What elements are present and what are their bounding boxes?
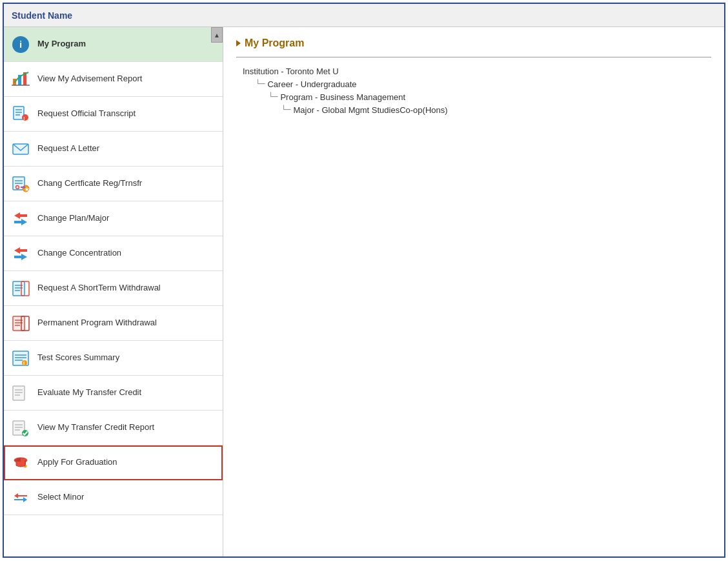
sidebar-item-label-view-advisement-report: View My Advisement Report — [37, 74, 142, 85]
tree-text: Program - Business Management — [280, 92, 405, 102]
tree-prefix-icon: └─ — [281, 105, 290, 114]
sidebar-item-test-scores-summary[interactable]: i Test Scores Summary — [4, 341, 223, 376]
sidebar-item-label-apply-for-graduation: Apply For Graduation — [37, 457, 117, 468]
letter-icon — [10, 139, 31, 159]
change-arrows-icon — [10, 209, 31, 229]
sidebar-item-change-concentration[interactable]: Change Concentration — [4, 236, 223, 271]
tree-row: └─Career - Undergraduate — [243, 79, 711, 89]
sidebar-item-label-request-official-transcript: Request Official Transcript — [37, 108, 136, 119]
sidebar-scroll-up[interactable]: ▲ — [211, 27, 223, 43]
svg-marker-53 — [14, 497, 27, 502]
student-name: Student Name — [12, 10, 72, 21]
svg-rect-23 — [13, 281, 25, 296]
sidebar-items-container: iMy Program View My Advisement Report ! … — [4, 27, 223, 515]
tree-row: Institution - Toronto Met U — [243, 66, 711, 76]
sidebar-item-request-shortterm-withdrawal[interactable]: Request A ShortTerm Withdrawal — [4, 271, 223, 306]
info-icon: i — [10, 34, 31, 55]
svg-marker-22 — [14, 254, 27, 260]
graduation-icon — [10, 453, 31, 473]
main-content: ▲ iMy Program View My Advisement Report … — [4, 27, 724, 556]
panel-divider — [236, 57, 711, 57]
sidebar-item-change-plan-major[interactable]: Change Plan/Major — [4, 201, 223, 236]
svg-marker-20 — [14, 219, 27, 225]
sidebar-item-label-select-minor: Select Minor — [37, 492, 84, 503]
right-panel: My Program Institution - Toronto Met U└─… — [223, 27, 724, 556]
tree-container: Institution - Toronto Met U└─Career - Un… — [236, 66, 711, 115]
chevron-up-icon: ▲ — [214, 32, 220, 39]
arrows-lr-icon — [10, 487, 31, 508]
sidebar-item-label-request-shortterm-withdrawal: Request A ShortTerm Withdrawal — [37, 283, 161, 294]
sidebar-item-label-request-a-letter: Request A Letter — [37, 143, 99, 154]
panel-title: My Program — [236, 37, 711, 49]
sidebar-item-view-advisement-report[interactable]: View My Advisement Report — [4, 62, 223, 97]
tree-prefix-icon: └─ — [256, 79, 265, 88]
sidebar-item-label-chang-certificate: Chang Certficate Reg/Trnsfr — [37, 178, 142, 189]
svg-rect-28 — [13, 316, 25, 331]
sidebar-item-label-test-scores-summary: Test Scores Summary — [37, 352, 119, 363]
tree-text: Institution - Toronto Met U — [243, 66, 339, 76]
chart-icon — [10, 69, 31, 90]
tree-row: └─Program - Business Management — [243, 92, 711, 102]
sidebar-item-request-a-letter[interactable]: Request A Letter — [4, 132, 223, 167]
list-icon: i — [10, 348, 31, 369]
tree-text: Major - Global Mgmt StudiesCo-op(Hons) — [293, 105, 447, 115]
transfer-icon — [10, 383, 31, 403]
sidebar-item-label-change-concentration: Change Concentration — [37, 248, 121, 259]
sidebar-item-label-change-plan-major: Change Plan/Major — [37, 213, 109, 224]
sidebar-item-label-permanent-program-withdrawal: Permanent Program Withdrawal — [37, 318, 157, 329]
sidebar-item-request-official-transcript[interactable]: ! Request Official Transcript — [4, 97, 223, 132]
change-arrows-icon — [10, 243, 31, 264]
transfer-check-icon — [10, 418, 31, 438]
withdrawal-icon — [10, 278, 31, 299]
sidebar-item-label-evaluate-transfer-credit: Evaluate My Transfer Credit — [37, 387, 141, 398]
svg-text:i: i — [23, 360, 25, 366]
svg-marker-52 — [14, 493, 27, 498]
sidebar-item-view-transfer-credit-report[interactable]: View My Transfer Credit Report — [4, 411, 223, 445]
app-wrapper: Student Name ▲ iMy Program View My Advis… — [3, 3, 725, 558]
svg-marker-19 — [14, 212, 27, 219]
svg-marker-21 — [14, 247, 27, 254]
svg-rect-39 — [13, 386, 25, 400]
panel-title-text: My Program — [245, 37, 304, 49]
sidebar: ▲ iMy Program View My Advisement Report … — [4, 27, 223, 556]
transcript-icon: ! — [10, 104, 31, 125]
sidebar-item-my-program[interactable]: iMy Program — [4, 27, 223, 62]
sidebar-item-evaluate-transfer-credit[interactable]: Evaluate My Transfer Credit — [4, 376, 223, 411]
certificate-icon: ★ — [10, 174, 31, 194]
sidebar-item-label-view-transfer-credit-report: View My Transfer Credit Report — [37, 422, 154, 433]
sidebar-item-label-my-program: My Program — [37, 39, 86, 50]
tree-text: Career - Undergraduate — [267, 79, 356, 89]
tree-prefix-icon: └─ — [268, 92, 278, 101]
svg-text:!: ! — [23, 116, 25, 121]
sidebar-item-permanent-program-withdrawal[interactable]: Permanent Program Withdrawal — [4, 306, 223, 341]
svg-point-18 — [23, 186, 25, 189]
sidebar-item-chang-certificate[interactable]: ★ Chang Certficate Reg/Trnsfr — [4, 167, 223, 201]
sidebar-item-select-minor[interactable]: Select Minor — [4, 480, 223, 515]
triangle-icon — [236, 40, 241, 46]
header-bar: Student Name — [4, 4, 724, 27]
sidebar-item-apply-for-graduation[interactable]: Apply For Graduation — [4, 445, 223, 480]
tree-row: └─Major - Global Mgmt StudiesCo-op(Hons) — [243, 105, 711, 115]
withdrawal-red-icon — [10, 313, 31, 334]
